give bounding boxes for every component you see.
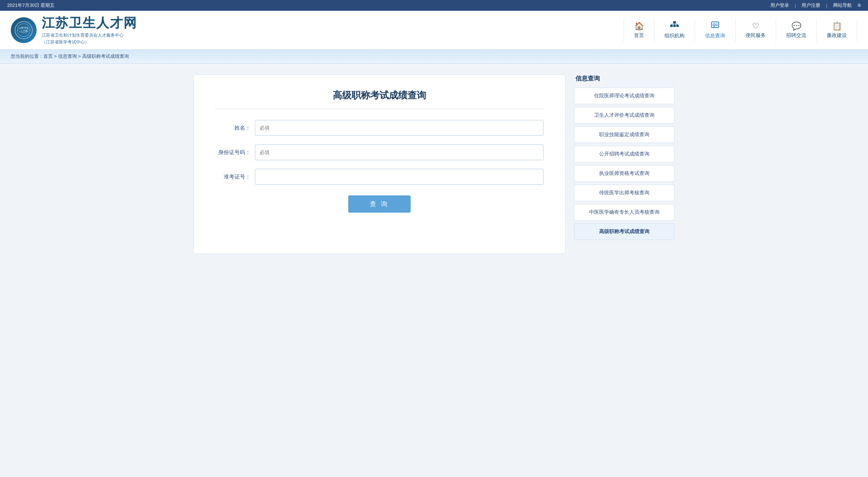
name-row: 姓名： [215,120,543,136]
clean-icon: 📋 [832,22,842,31]
nav-item-service[interactable]: ♡ 便民服务 [736,19,776,42]
site-subtitle2: （江苏省医学考试中心） [42,39,137,46]
sidebar: 信息查询 住院医师理论考试成绩查询 卫生人才评价考试成绩查询 职业技能鉴定成绩查… [574,74,675,254]
divider1: | [795,3,796,8]
sidebar-item-7[interactable]: 高级职称考试成绩查询 [574,223,675,240]
svg-text:人才网: 人才网 [20,30,28,33]
site-title: 江苏卫生人才网 [42,14,137,32]
sidebar-item-0[interactable]: 住院医师理论考试成绩查询 [574,88,675,104]
svg-rect-5 [670,25,673,27]
date-display: 2021年7月30日 星期五 [7,2,55,9]
site-header: 江苏卫生 人才网 江苏卫生人才网 江苏省卫生和计划生育委员会人才服务中心 （江苏… [0,11,868,50]
home-icon: 🏠 [634,22,644,31]
examno-label: 准考证号： [215,173,255,180]
idcard-row: 身份证号码： [215,144,543,160]
name-input[interactable] [255,120,543,136]
svg-rect-7 [676,25,679,27]
logo-area: 江苏卫生 人才网 江苏卫生人才网 江苏省卫生和计划生育委员会人才服务中心 （江苏… [11,14,137,46]
sidebar-item-5[interactable]: 传统医学出师考核查询 [574,185,675,201]
top-bar: 2021年7月30日 星期五 用户登录 | 用户注册 | 网站导航 ≡ [0,0,868,11]
breadcrumb: 您当前的位置：首页 > 信息查询 > 高级职称考试成绩查询 [0,50,868,64]
svg-rect-4 [673,21,676,23]
logo-icon: 江苏卫生 人才网 [11,17,37,43]
recruit-icon: 💬 [792,22,801,31]
breadcrumb-text: 您当前的位置：首页 > 信息查询 > 高级职称考试成绩查询 [11,54,129,59]
menu-icon[interactable]: ≡ [858,2,861,9]
nav-item-clean[interactable]: 📋 廉政建设 [817,19,857,42]
main-content: 高级职称考试成绩查询 姓名： 身份证号码： 准考证号： 查 询 信息查询 住院医… [183,64,685,265]
sidebar-item-2[interactable]: 职业技能鉴定成绩查询 [574,126,675,143]
nav-label-org: 组织机构 [664,33,685,39]
nav-label-info: 信息查询 [705,33,725,39]
register-link[interactable]: 用户注册 [802,2,820,9]
examno-row: 准考证号： [215,169,543,185]
nav-label-recruit: 招聘交流 [786,32,806,39]
logo-text-area: 江苏卫生人才网 江苏省卫生和计划生育委员会人才服务中心 （江苏省医学考试中心） [42,14,137,46]
sidebar-item-1[interactable]: 卫生人才评价考试成绩查询 [574,107,675,124]
site-nav-link[interactable]: 网站导航 [833,2,852,9]
nav-label-home: 首页 [634,32,644,39]
btn-row: 查 询 [215,195,543,213]
idcard-input[interactable] [255,144,543,160]
query-button[interactable]: 查 询 [348,195,410,213]
nav-item-org[interactable]: 组织机构 [654,18,695,42]
org-icon [670,21,679,31]
login-link[interactable]: 用户登录 [770,2,789,9]
examno-input[interactable] [255,169,543,185]
form-title: 高级职称考试成绩查询 [215,89,543,109]
nav-item-recruit[interactable]: 💬 招聘交流 [776,19,817,42]
svg-text:江苏卫生: 江苏卫生 [19,27,29,29]
site-subtitle1: 江苏省卫生和计划生育委员会人才服务中心 [42,32,137,39]
sidebar-item-4[interactable]: 执业医师资格考试查询 [574,165,675,182]
info-icon [711,21,719,31]
nav-item-info[interactable]: 信息查询 [695,18,736,42]
svg-point-13 [713,24,715,26]
sidebar-item-3[interactable]: 公开招聘考试成绩查询 [574,146,675,162]
nav-item-home[interactable]: 🏠 首页 [624,19,654,42]
name-label: 姓名： [215,125,255,131]
sidebar-title: 信息查询 [574,74,675,83]
form-section: 高级职称考试成绩查询 姓名： 身份证号码： 准考证号： 查 询 [193,74,565,254]
idcard-label: 身份证号码： [215,149,255,156]
divider2: | [826,3,827,8]
sidebar-item-6[interactable]: 中医医学确有专长人员考核查询 [574,204,675,221]
nav-label-service: 便民服务 [746,32,766,39]
svg-rect-6 [673,25,676,27]
service-icon: ♡ [752,22,759,31]
main-nav: 🏠 首页 组织机构 [137,18,857,42]
top-bar-actions: 用户登录 | 用户注册 | 网站导航 ≡ [770,2,861,9]
nav-label-clean: 廉政建设 [827,32,847,39]
